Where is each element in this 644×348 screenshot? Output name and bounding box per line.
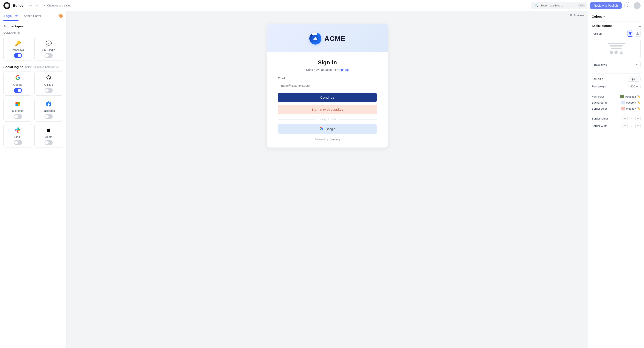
saved-icon: ✓: [43, 4, 46, 7]
preview-bar: 🖥 Preview: [67, 11, 588, 20]
tab-login-box[interactable]: Login Box: [4, 11, 18, 21]
sms-label: SMS login: [42, 48, 55, 52]
signup-link[interactable]: Sign up: [338, 68, 349, 72]
apple-toggle[interactable]: [44, 140, 53, 145]
slack-toggle[interactable]: [14, 140, 22, 145]
colors-chevron-icon: ▾: [603, 15, 605, 18]
background-row: Background #dce9fa ✏️: [592, 101, 640, 104]
svg-rect-2: [16, 104, 18, 106]
passkey-button[interactable]: Sign in with passkey: [278, 105, 377, 114]
svg-rect-7: [630, 34, 631, 35]
publish-button[interactable]: Review to Publish: [590, 2, 622, 9]
social-logins-header: Social logins Select up to four. Selecte…: [4, 65, 63, 69]
login-title: Sign-in: [278, 59, 377, 66]
border-width-value: 0: [629, 124, 634, 127]
preview-button[interactable]: 🖥 Preview: [570, 14, 584, 17]
left-sidebar: Login Box Admin Portal 🎨 Sign in types Q…: [0, 11, 67, 348]
sms-toggle[interactable]: [44, 53, 53, 58]
svg-rect-3: [18, 104, 20, 106]
login-box-body: Sign-in Don't have an account? Sign up E…: [267, 52, 388, 141]
pos-line-2: [610, 45, 623, 47]
user-avatar[interactable]: [634, 2, 640, 9]
base-style-select[interactable]: Base style: [592, 61, 640, 68]
border-radius-increment[interactable]: +: [636, 116, 640, 121]
search-input[interactable]: [540, 4, 577, 7]
google-signin-button[interactable]: Google: [278, 124, 377, 134]
acme-logo-text: ACME: [324, 35, 346, 43]
google-signin-label: Google: [326, 127, 335, 131]
facebook-icon: [46, 101, 51, 107]
font-color-row: Font color #6c8352 ✏️: [592, 95, 640, 98]
facebook-card: Facebook: [34, 98, 63, 122]
position-preview-widget: [592, 39, 640, 58]
search-bar[interactable]: 🔍 ⌘K: [532, 2, 588, 9]
social-buttons-section: Social buttons ▴: [592, 24, 640, 28]
background-edit-icon[interactable]: ✏️: [637, 101, 640, 104]
sms-icon: 💬: [46, 41, 52, 47]
font-color-label: Font color: [592, 95, 604, 98]
border-width-increment[interactable]: +: [636, 123, 640, 128]
facebook-toggle[interactable]: [44, 114, 53, 119]
continue-button[interactable]: Continue: [278, 93, 377, 102]
palette-icon[interactable]: 🎨: [58, 14, 63, 18]
border-radius-decrement[interactable]: −: [622, 116, 628, 121]
undo-button[interactable]: ↩: [27, 2, 33, 9]
pos-icons-row: [610, 51, 623, 54]
background-swatch[interactable]: [621, 101, 625, 104]
passkeys-icon: 🔑: [15, 41, 21, 47]
help-button[interactable]: ?: [624, 2, 631, 9]
google-label: Google: [13, 83, 22, 86]
slack-label: Slack: [14, 135, 21, 138]
slack-card: Slack: [4, 124, 32, 148]
social-buttons-chevron-icon: ▴: [639, 24, 640, 27]
tab-admin-portal[interactable]: Admin Portal: [23, 11, 42, 21]
login-box-header: ACME: [267, 24, 388, 52]
font-color-edit-icon[interactable]: ✏️: [637, 95, 640, 98]
background-hex: #dce9fa: [626, 101, 636, 104]
right-panel: Colors ▾ Social buttons ▴ Position: [588, 11, 644, 348]
social-hint: Select up to four. Selected 1/4: [25, 65, 60, 69]
github-label: GitHub: [44, 83, 53, 86]
sidebar-tabs: Login Box Admin Portal 🎨: [0, 11, 66, 21]
google-icon: [15, 75, 20, 81]
position-bottom-btn[interactable]: [634, 31, 640, 37]
google-toggle[interactable]: [14, 88, 22, 93]
microsoft-toggle[interactable]: [14, 114, 22, 119]
redo-button[interactable]: ↪: [34, 2, 40, 9]
passkeys-card: 🔑 Passkeys: [4, 37, 32, 61]
border-color-swatch[interactable]: [621, 107, 625, 110]
font-weight-label: Font weight: [592, 85, 606, 88]
github-icon: [46, 75, 51, 81]
colors-title-text: Colors: [592, 15, 602, 18]
divider-text: or sign in with: [319, 118, 336, 121]
github-card: GitHub: [34, 71, 63, 96]
border-radius-label: Border radius: [592, 117, 608, 120]
font-color-swatch[interactable]: [620, 95, 624, 98]
divider: or sign in with: [278, 118, 377, 121]
login-box: ACME Sign-in Don't have an account? Sign…: [267, 24, 388, 147]
apple-icon: [46, 127, 51, 133]
microsoft-icon: [15, 101, 20, 107]
preview-icon: 🖥: [570, 14, 572, 17]
sidebar-content: Sign in types Quick sign-in 🔑 Passkeys 💬…: [0, 21, 66, 155]
pos-icon-circle: [610, 51, 613, 54]
topbar: Builder ↩ ↪ ✓ Changes are saved 🔍 ⌘K Rev…: [0, 0, 644, 11]
sms-card: 💬 SMS login: [34, 37, 63, 61]
font-weight-select[interactable]: 600: [628, 84, 640, 89]
google-card: Google: [4, 71, 32, 96]
border-radius-value: 4: [629, 117, 634, 120]
github-toggle[interactable]: [44, 88, 53, 93]
social-buttons-title: Social buttons: [592, 24, 612, 28]
border-color-edit-icon[interactable]: ✏️: [637, 107, 640, 110]
search-shortcut: ⌘K: [578, 4, 584, 7]
background-value: #dce9fa ✏️: [621, 101, 640, 104]
position-top-btn[interactable]: [627, 31, 633, 37]
undo-redo-group: ↩ ↪: [27, 2, 40, 9]
email-input[interactable]: [278, 81, 377, 90]
passkeys-toggle[interactable]: [14, 53, 22, 58]
font-size-select[interactable]: 12px: [627, 76, 640, 82]
sign-in-types-title: Sign in types: [4, 24, 63, 28]
border-width-decrement[interactable]: −: [622, 123, 628, 128]
colors-section-title[interactable]: Colors ▾: [592, 15, 640, 18]
pos-preview-inner: [608, 43, 625, 54]
